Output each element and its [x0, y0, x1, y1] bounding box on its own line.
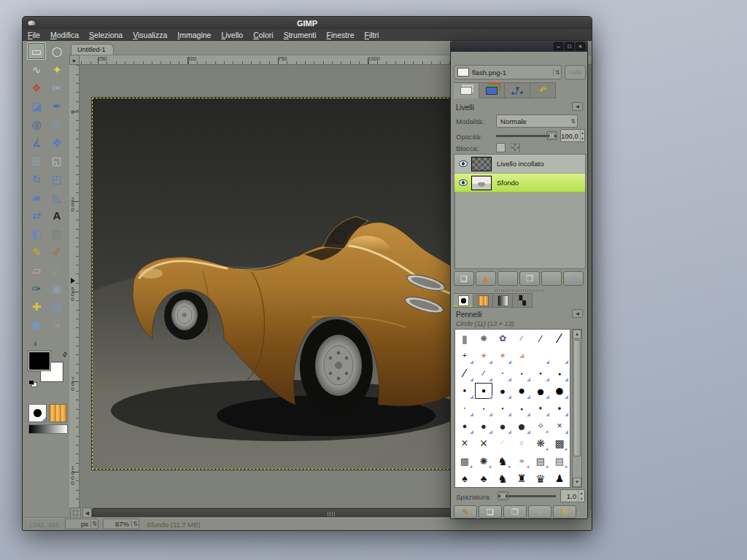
tool-flip[interactable]: ⇄ [27, 206, 46, 224]
unit-combo[interactable]: px ⇅ [65, 518, 98, 529]
tool-perspective[interactable]: ◺ [47, 188, 66, 206]
tool-paths[interactable]: ✒ [47, 97, 66, 114]
tool-measure[interactable]: ∡ [27, 133, 46, 151]
brush-cell[interactable]: ● [531, 382, 550, 400]
tool-crop[interactable]: ◱ [47, 152, 66, 169]
auto-follow-button[interactable]: Auto [565, 65, 586, 79]
dock-titlebar[interactable]: – □ × [451, 41, 587, 52]
tool-scale[interactable]: ◰ [47, 170, 66, 187]
active-brush-indicator[interactable] [28, 404, 47, 422]
default-colors-icon[interactable] [28, 380, 37, 387]
brush-cell[interactable]: ● [512, 417, 531, 435]
tab-patterns[interactable] [473, 293, 493, 308]
brush-cell[interactable] [550, 347, 569, 365]
tool-smudge[interactable]: ☟ [47, 316, 66, 333]
brush-cell[interactable] [531, 347, 550, 365]
brush-cell[interactable]: ● [493, 365, 512, 382]
menu-file[interactable]: File [23, 30, 45, 40]
brush-cell[interactable]: ∕ [512, 330, 531, 347]
brush-cell[interactable]: ∕ [474, 365, 493, 382]
brush-cell[interactable]: ● [512, 400, 531, 417]
menu-colori[interactable]: Colori [248, 30, 278, 40]
layers-panel-menu-button[interactable]: ◀ [572, 102, 583, 111]
tool-ink[interactable]: ✑ [27, 279, 46, 297]
spinner-icon[interactable]: ⇅ [131, 521, 139, 527]
brush-cell[interactable]: ● [474, 417, 493, 435]
tab-palettes[interactable]: ▚ [513, 293, 533, 308]
tool-perspective-clone[interactable]: ▨ [47, 298, 66, 315]
tool-shear[interactable]: ▰ [27, 188, 46, 206]
brush-cell[interactable]: ✳ [474, 347, 493, 365]
tool-rotate[interactable]: ↻ [27, 170, 46, 187]
duplicate-layer-button[interactable]: ❐ [519, 271, 540, 286]
tool-ellipse-select[interactable]: ◯ [47, 42, 66, 60]
dock-minimize-button[interactable]: – [554, 42, 563, 50]
brush-cell[interactable]: ∕ [455, 365, 474, 382]
brush-cell[interactable]: ▤ [550, 452, 569, 470]
scroll-down-arrow[interactable]: ▼ [573, 478, 581, 487]
delete-layer-button[interactable]: ✖ [563, 271, 584, 286]
duplicate-brush-button[interactable]: ❐ [503, 505, 527, 518]
dock-drag-handle[interactable] [495, 289, 543, 292]
tool-align[interactable]: ⊞ [27, 152, 46, 169]
brush-cell[interactable]: ▮ [455, 330, 474, 347]
brush-cell[interactable]: ● [512, 382, 531, 400]
anchor-layer-button[interactable]: ⚓ [541, 271, 562, 286]
zoom-combo[interactable]: 67% ⇅ [103, 518, 139, 529]
raise-layer-button[interactable]: ▲ [476, 271, 496, 286]
menu-finestre[interactable]: Finestre [322, 30, 360, 40]
spacing-slider[interactable] [498, 491, 556, 500]
brush-cell[interactable]: + [455, 347, 474, 365]
opacity-slider[interactable] [496, 131, 557, 140]
brush-cell[interactable]: ● [455, 382, 474, 400]
scroll-up-arrow[interactable]: ▲ [573, 330, 581, 339]
brush-cell[interactable]: ♠ [455, 470, 474, 487]
brush-cell[interactable]: ∕ [531, 330, 550, 347]
tool-move[interactable]: ✥ [47, 133, 66, 151]
brush-cell[interactable]: ◜ [493, 435, 512, 452]
brush-cell[interactable]: ♜ [512, 470, 531, 487]
tool-heal[interactable]: ✚ [27, 298, 46, 315]
brush-cell[interactable]: ❋ [531, 435, 550, 452]
menu-filtri[interactable]: Filtri [360, 30, 384, 40]
spinner-icon[interactable]: ⇅ [569, 118, 577, 125]
brush-cell[interactable]: ♛ [531, 470, 550, 487]
tab-channels[interactable] [479, 82, 505, 98]
menu-immagine[interactable]: Immagine [172, 30, 216, 40]
tool-pencil[interactable]: ✎ [27, 243, 46, 260]
edit-brush-button[interactable]: ✎ [454, 505, 477, 518]
spin-down[interactable]: ▼ [581, 136, 584, 141]
layer-row-sfondo[interactable]: Sfondo [454, 174, 585, 192]
spacing-slider-handle[interactable] [498, 491, 508, 500]
brush-cell[interactable]: ♟ [550, 470, 569, 487]
brush-cell[interactable]: ▤ [531, 452, 550, 470]
dock-close-button[interactable]: × [576, 42, 585, 50]
tool-blur-sharpen[interactable]: ◉ [27, 316, 46, 333]
brush-cell[interactable]: ● [550, 365, 569, 382]
menu-livello[interactable]: Livello [216, 30, 248, 40]
tool-rect-select[interactable]: ▭ [27, 42, 46, 60]
tool-gradient[interactable]: ▥ [47, 225, 66, 242]
spin-down[interactable]: ▼ [578, 496, 584, 502]
tab-undo-history[interactable]: ↶ [530, 82, 556, 98]
brush-cell[interactable]: ♣ [474, 470, 493, 487]
tool-free-select[interactable]: ∿ [27, 61, 46, 78]
main-titlebar[interactable]: GIMP [23, 17, 592, 29]
dock-maximize-button[interactable]: □ [565, 42, 574, 50]
spin-up[interactable]: ▲ [578, 490, 584, 496]
brush-cell[interactable]: × [474, 435, 493, 452]
brush-cell[interactable]: ● [474, 382, 493, 400]
refresh-brushes-button[interactable]: ↻ [553, 505, 576, 518]
layer-row-livello-incollato[interactable]: Livello incollato [454, 155, 585, 174]
image-tab-untitled[interactable]: Untitled-1 [71, 44, 114, 55]
brush-cell[interactable]: ❋ [474, 330, 493, 347]
tool-color-picker[interactable]: ◎ [27, 115, 46, 133]
brush-cell[interactable]: ✿ [493, 330, 512, 347]
opacity-spinbox[interactable]: 100,0 ▲▼ [560, 129, 585, 142]
brush-cell[interactable]: ≈ [512, 452, 531, 470]
spinner-icon[interactable]: ⇅ [90, 521, 98, 527]
new-brush-button[interactable]: ❏ [479, 505, 502, 518]
ruler-corner-menu-button[interactable]: ▶ [69, 55, 80, 65]
spin-up[interactable]: ▲ [581, 130, 584, 136]
active-pattern-indicator[interactable] [49, 404, 67, 422]
